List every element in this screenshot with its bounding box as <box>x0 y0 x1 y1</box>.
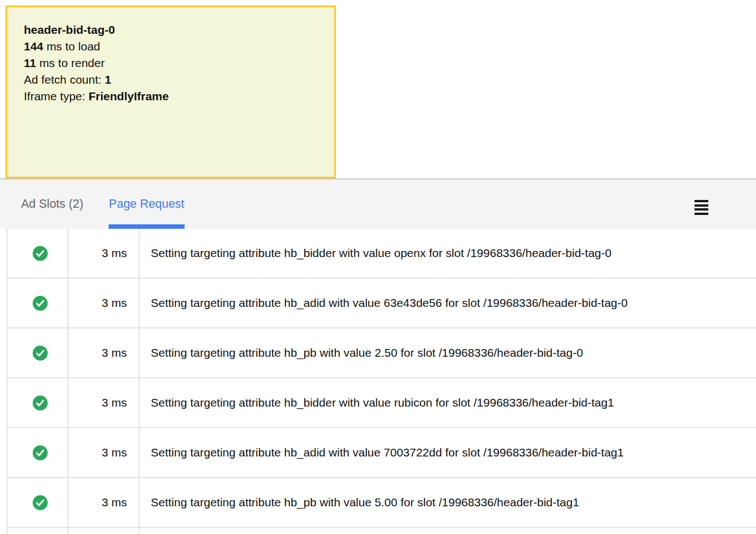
log-row: 3 ms Setting targeting attribute hb_pb w… <box>7 328 756 378</box>
log-row: 3 ms Setting targeting attribute hb_adid… <box>7 428 756 478</box>
log-time <box>69 528 140 534</box>
ad-fetch-count-line: Ad fetch count: 1 <box>24 71 323 88</box>
success-check-icon <box>33 396 48 410</box>
log-message: Setting targeting attribute hb_pb with v… <box>140 478 756 527</box>
log-time: 3 ms <box>69 279 140 327</box>
console-tab-bar: Ad Slots (2) Page Request <box>0 178 756 229</box>
render-time-label: ms to render <box>36 57 105 69</box>
active-tab-underline <box>109 224 184 229</box>
iframe-type-value: FriendlyIframe <box>89 90 169 102</box>
menu-bar <box>694 213 708 215</box>
load-time-line: 144 ms to load <box>24 38 323 55</box>
log-message: Setting targeting attribute hb_bidder wi… <box>140 229 756 278</box>
load-time-label: ms to load <box>43 40 100 53</box>
log-message: Setting targeting attribute hb_adid with… <box>140 428 756 477</box>
success-check-icon <box>33 246 48 261</box>
log-status-cell <box>8 279 69 327</box>
log-status-cell <box>8 378 69 427</box>
render-time-value: 11 <box>24 57 36 69</box>
log-status-cell <box>8 328 69 377</box>
success-check-icon <box>33 296 48 311</box>
log-table: 3 ms Setting targeting attribute hb_bidd… <box>0 229 756 534</box>
render-time-line: 11 ms to render <box>24 55 323 71</box>
log-time: 3 ms <box>69 229 140 278</box>
ad-fetch-count-label: Ad fetch count: <box>24 73 105 86</box>
log-status-cell <box>8 229 69 278</box>
menu-bar <box>694 204 708 207</box>
publisher-console-page: header-bid-tag-0 144 ms to load 11 ms to… <box>0 0 756 534</box>
ad-fetch-count-value: 1 <box>105 73 111 86</box>
log-time: 3 ms <box>69 478 140 527</box>
log-time: 3 ms <box>69 328 140 377</box>
log-row: 3 ms Setting targeting attribute hb_bidd… <box>7 378 756 428</box>
log-status-cell <box>8 428 69 477</box>
log-status-cell <box>8 478 69 527</box>
iframe-type-line: Iframe type: FriendlyIframe <box>24 88 323 105</box>
log-message: Setting targeting attribute hb_adid with… <box>140 279 756 327</box>
menu-bar <box>694 200 708 202</box>
log-time: 3 ms <box>69 378 140 427</box>
log-row: 3 ms Setting targeting attribute hb_bidd… <box>7 229 756 279</box>
tab-ad-slots[interactable]: Ad Slots (2) <box>21 179 83 229</box>
log-message: Setting targeting attribute hb_bidder wi… <box>140 378 756 427</box>
slot-name: header-bid-tag-0 <box>24 22 323 38</box>
log-time: 3 ms <box>69 428 140 477</box>
load-time-value: 144 <box>24 40 43 53</box>
tab-ad-slots-label: Ad Slots (2) <box>21 197 83 211</box>
success-check-icon <box>33 346 48 361</box>
log-row <box>7 528 756 534</box>
log-message <box>140 528 756 534</box>
list-menu-icon[interactable] <box>694 200 708 215</box>
log-status-cell <box>8 528 69 534</box>
log-row: 3 ms Setting targeting attribute hb_adid… <box>7 279 756 328</box>
iframe-type-label: Iframe type: <box>24 90 89 102</box>
log-message: Setting targeting attribute hb_pb with v… <box>140 328 756 377</box>
log-row: 3 ms Setting targeting attribute hb_pb w… <box>7 478 756 528</box>
success-check-icon <box>33 495 48 510</box>
slot-info-overlay: header-bid-tag-0 144 ms to load 11 ms to… <box>6 6 336 178</box>
tab-page-request[interactable]: Page Request <box>109 179 184 229</box>
tab-page-request-label: Page Request <box>109 197 184 211</box>
menu-bar <box>694 208 708 210</box>
success-check-icon <box>33 445 48 460</box>
